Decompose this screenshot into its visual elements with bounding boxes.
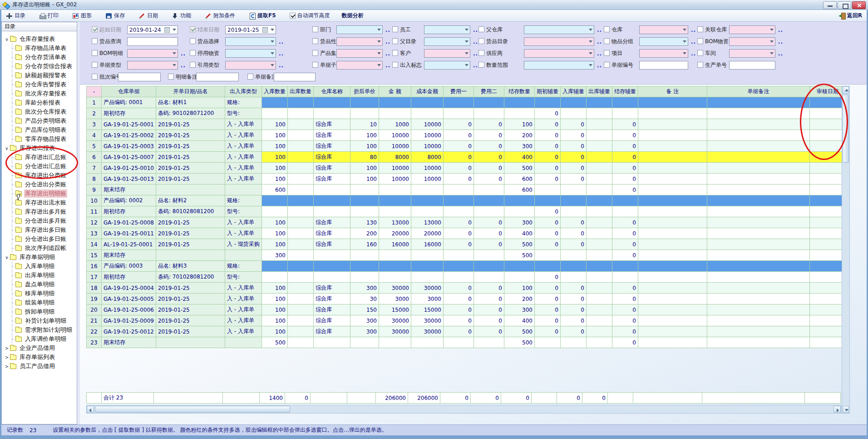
cell-仓库名称[interactable] — [313, 250, 350, 261]
cell-结存数量[interactable] — [504, 195, 534, 206]
cell-审核日期[interactable] — [809, 337, 845, 348]
cell-期初辅量[interactable]: 0 — [534, 174, 560, 185]
cell-仓库名称[interactable]: 综合库 — [313, 141, 350, 152]
cell-费用二[interactable] — [473, 108, 504, 119]
filter-checkbox-产品集合[interactable] — [312, 50, 318, 56]
cell-费用一[interactable] — [443, 108, 473, 119]
cell-费用二[interactable]: 0 — [473, 294, 504, 304]
cell-入库数量[interactable]: 100 — [261, 174, 287, 185]
cell-仓库名称[interactable] — [313, 185, 350, 195]
more-options-dots-物品分组[interactable]: .. — [691, 39, 696, 45]
cell-折后单价[interactable] — [350, 185, 379, 195]
cell-审核日期[interactable] — [809, 315, 845, 326]
column-header-单据备注[interactable]: 单据备注 — [707, 86, 809, 97]
cell-出库数量[interactable] — [287, 119, 313, 130]
cell-出库辅量[interactable] — [586, 272, 612, 283]
cell-折后单价[interactable]: 100 — [350, 174, 379, 185]
cell-结存数量[interactable]: 500 — [504, 337, 534, 348]
cell-单据备注[interactable] — [707, 152, 809, 163]
cell-出入库类型[interactable]: 规格: — [225, 195, 261, 206]
cell-结存辅量[interactable] — [612, 206, 638, 217]
cell-结存数量[interactable]: 400 — [504, 228, 534, 239]
cell-入库数量[interactable]: 100 — [261, 228, 287, 239]
cell-结存辅量[interactable] — [612, 97, 638, 108]
cell-开单日期/品名[interactable]: 2019-01-25 — [156, 152, 225, 163]
total-cell-折后单价[interactable] — [347, 393, 376, 404]
filter-checkbox-明细备注[interactable] — [168, 74, 174, 80]
cell-金 额[interactable]: 16000 — [379, 239, 411, 250]
cell-出库数量[interactable] — [287, 239, 313, 250]
total-cell-入库辅量[interactable]: 0 — [557, 393, 582, 404]
cell-金 额[interactable]: 10000 — [379, 174, 411, 185]
toolbar-button-功能[interactable]: 功能 — [172, 12, 191, 20]
vertical-scrollbar[interactable] — [842, 86, 850, 414]
cell-入库辅量[interactable] — [560, 97, 586, 108]
cell-仓库单据[interactable]: 期初结存 — [102, 272, 156, 283]
cell-出库辅量[interactable] — [586, 304, 612, 315]
tree-item-批次分仓库报表[interactable]: 批次分仓库报表 — [2, 107, 77, 116]
cell-折后单价[interactable] — [350, 250, 379, 261]
cell-备 注[interactable] — [638, 97, 707, 108]
chevron-down-icon[interactable] — [269, 38, 276, 45]
cell-结存辅量[interactable] — [612, 261, 638, 272]
total-cell-开单日期/品名[interactable] — [154, 393, 223, 404]
cell-出入库类型[interactable]: 入 - 入库单 — [225, 217, 261, 228]
chevron-down-icon[interactable] — [171, 26, 178, 34]
cell-费用一[interactable] — [443, 97, 473, 108]
cell-费用二[interactable]: 0 — [473, 119, 504, 130]
cell-出库数量[interactable] — [287, 185, 313, 195]
back-button[interactable]: 返回R — [838, 12, 862, 20]
cell-期初辅量[interactable]: 0 — [534, 283, 560, 294]
cell-审核日期[interactable] — [809, 326, 845, 337]
cell-折后单价[interactable]: 300 — [350, 283, 379, 294]
cell-入库数量[interactable]: 500 — [261, 337, 287, 348]
cell-备 注[interactable] — [638, 337, 707, 348]
total-cell-出库数量[interactable]: 0 — [285, 393, 311, 404]
cell-入库数量[interactable]: 100 — [261, 130, 287, 141]
cell-备 注[interactable] — [638, 108, 707, 119]
cell-出库数量[interactable] — [287, 326, 313, 337]
tree-item-产品库位明细表[interactable]: 产品库位明细表 — [2, 125, 77, 135]
cell-入库辅量[interactable]: 0 — [560, 304, 586, 315]
cell-费用一[interactable]: 0 — [443, 141, 473, 152]
cell-费用一[interactable] — [443, 206, 473, 217]
cell-费用二[interactable]: 0 — [473, 239, 504, 250]
cell-出库辅量[interactable] — [586, 163, 612, 174]
cell-入库数量[interactable] — [261, 272, 287, 283]
cell-成本金额[interactable]: 30000 — [411, 315, 443, 326]
filter-checkbox-仓库[interactable] — [604, 26, 610, 32]
more-options-dots-单据子类[interactable]: .. — [385, 62, 390, 69]
cell-期初辅量[interactable] — [534, 250, 560, 261]
cell-仓库名称[interactable] — [313, 337, 350, 348]
cell-费用二[interactable]: 0 — [473, 315, 504, 326]
cell-入库辅量[interactable] — [560, 337, 586, 348]
cell-仓库单据[interactable]: 期末结存 — [102, 185, 156, 195]
column-header-rowmark[interactable]: - — [87, 86, 102, 97]
cell-费用二[interactable]: 0 — [473, 228, 504, 239]
cell--[interactable]: 5 — [87, 141, 102, 152]
filter-checkbox-数量范围[interactable] — [478, 62, 484, 68]
cell-入库辅量[interactable]: 0 — [560, 239, 586, 250]
cell-入库辅量[interactable]: 0 — [560, 141, 586, 152]
cell-出库数量[interactable] — [287, 174, 313, 185]
cell-开单日期/品名[interactable]: 2019-01-25 — [156, 283, 225, 294]
cell-出库辅量[interactable] — [586, 185, 612, 195]
cell-入库辅量[interactable] — [560, 250, 586, 261]
cell--[interactable]: 12 — [87, 217, 102, 228]
filter-field-生产单号[interactable] — [729, 61, 775, 70]
total-cell-成本金额[interactable]: 206000 — [408, 393, 440, 404]
cell-期初辅量[interactable] — [534, 261, 560, 272]
column-header-出库辅量[interactable]: 出库辅量 — [586, 86, 612, 97]
cell-审核日期[interactable] — [809, 261, 845, 272]
cell-单据备注[interactable] — [707, 304, 809, 315]
cell--[interactable]: 21 — [87, 315, 102, 326]
cell-折后单价[interactable]: 160 — [350, 239, 379, 250]
cell-结存辅量[interactable]: 0 — [612, 152, 638, 163]
cell-出库数量[interactable] — [287, 195, 313, 206]
cell--[interactable]: 3 — [87, 119, 102, 130]
cell-结存辅量[interactable]: 0 — [612, 337, 638, 348]
chevron-down-icon[interactable] — [463, 50, 470, 57]
cell-成本金额[interactable] — [411, 206, 443, 217]
cell-出库辅量[interactable] — [586, 152, 612, 163]
filter-checkbox-BOM明细[interactable] — [92, 50, 98, 56]
